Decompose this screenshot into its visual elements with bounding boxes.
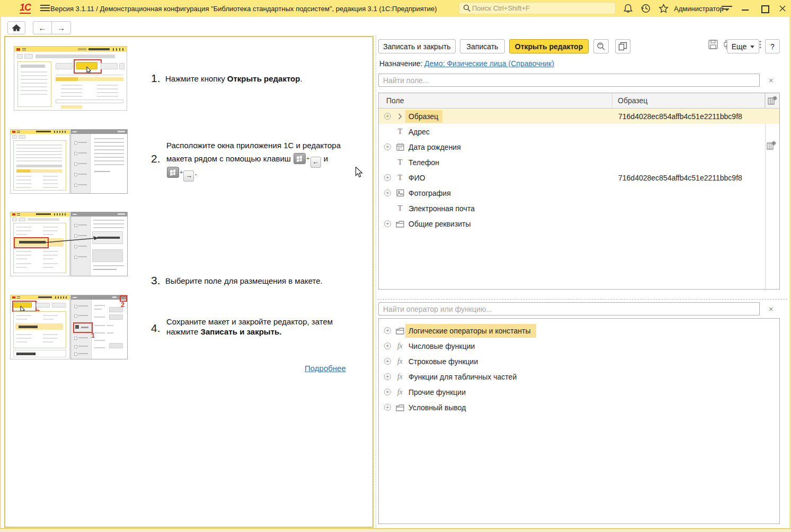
text-type-icon bbox=[396, 174, 404, 182]
expand-icon[interactable] bbox=[384, 220, 391, 227]
step-4-save-highlight-box bbox=[73, 322, 93, 333]
form-header-bar: ← → Новая печатная форма (создание) bbox=[0, 17, 791, 36]
global-search-box[interactable] bbox=[459, 2, 616, 14]
purpose-label: Назначение: bbox=[379, 59, 423, 68]
window-frame-left bbox=[0, 17, 1, 528]
expand-icon[interactable] bbox=[384, 389, 391, 395]
expand-icon[interactable] bbox=[384, 358, 391, 365]
step-number: 2. bbox=[151, 152, 161, 165]
favorites-star-icon[interactable] bbox=[658, 3, 669, 14]
mouse-cursor bbox=[355, 167, 363, 178]
windows-key-icon bbox=[294, 153, 306, 164]
calendar-icon bbox=[396, 143, 404, 151]
row-label: ФИО bbox=[408, 174, 425, 182]
navigation-buttons: ← → bbox=[33, 21, 71, 34]
save-and-close-button[interactable]: Записать и закрыть bbox=[378, 39, 456, 53]
tree-item-other-functions[interactable]: Прочие функции bbox=[379, 384, 779, 400]
expand-icon[interactable] bbox=[384, 373, 391, 380]
notifications-bell-icon[interactable] bbox=[623, 3, 633, 14]
open-editor-button[interactable]: Открыть редактор bbox=[509, 39, 589, 53]
purpose-link[interactable]: Демо: Физические лица (Справочник) bbox=[424, 59, 554, 68]
expand-icon[interactable] bbox=[384, 113, 391, 120]
tree-item-label: Условный вывод bbox=[408, 403, 466, 412]
function-icon bbox=[396, 342, 404, 350]
help-button[interactable]: ? bbox=[765, 39, 780, 53]
sections-splitter[interactable] bbox=[377, 299, 787, 300]
step-4-editor-thumbnail: 2 1 bbox=[70, 295, 128, 359]
row-label: Образец bbox=[405, 110, 442, 123]
table-row-phone[interactable]: Телефон bbox=[379, 155, 779, 170]
tree-item-numeric-functions[interactable]: Числовые функции bbox=[379, 338, 779, 354]
table-row-sample[interactable]: Образец 716d4028ec854affb4c51e2211bbc9f8 bbox=[379, 109, 779, 124]
main-menu-icon[interactable] bbox=[40, 5, 50, 13]
home-button[interactable] bbox=[7, 21, 25, 34]
close-window-button[interactable] bbox=[779, 5, 786, 12]
function-icon bbox=[396, 373, 404, 381]
search-tool-button[interactable] bbox=[593, 39, 609, 53]
minimize-button[interactable] bbox=[742, 10, 749, 11]
dropdown-arrow-icon bbox=[750, 46, 754, 50]
maximize-button[interactable] bbox=[761, 5, 769, 13]
column-header-field[interactable]: Поле bbox=[379, 93, 612, 109]
step-1-text: Нажмите кнопку Открыть редактор. bbox=[165, 72, 303, 86]
text-type-icon bbox=[396, 158, 404, 167]
text-type-icon bbox=[396, 128, 404, 136]
tree-item-string-functions[interactable]: Строковые функции bbox=[379, 354, 779, 369]
expand-icon[interactable] bbox=[384, 342, 391, 349]
step-2-app-thumbnail bbox=[10, 129, 70, 194]
save-button[interactable]: Записать bbox=[460, 39, 505, 53]
expand-icon[interactable] bbox=[384, 404, 391, 411]
table-row-photo[interactable]: Фотография bbox=[379, 185, 779, 201]
tree-item-label: Числовые функции bbox=[408, 342, 475, 350]
expand-icon[interactable] bbox=[384, 143, 391, 150]
history-icon[interactable] bbox=[641, 3, 651, 14]
table-row-fullname[interactable]: ФИО 716d4028ec854affb4c51e2211bbc9f8 bbox=[379, 170, 779, 185]
row-label: Дата рождения bbox=[408, 143, 461, 151]
operator-search-input[interactable] bbox=[378, 302, 760, 315]
step-2-line-3: . bbox=[166, 165, 197, 182]
save-icon[interactable] bbox=[708, 40, 718, 49]
step-3-text: Выберите поле для размещения в макете. bbox=[165, 274, 323, 288]
left-arrow-key-icon bbox=[310, 157, 321, 168]
tree-item-tabular-functions[interactable]: Функции для табличных частей bbox=[379, 369, 779, 384]
step-2-line-1: Расположите окна приложения 1С и редакто… bbox=[166, 139, 341, 152]
expand-icon[interactable] bbox=[384, 327, 391, 334]
step-3-arrow bbox=[43, 234, 103, 246]
table-row-email[interactable]: Электронная почта bbox=[379, 201, 779, 216]
more-details-link[interactable]: Подробнее bbox=[305, 364, 346, 373]
step-number: 4. bbox=[151, 322, 161, 335]
table-settings-floating-icon[interactable] bbox=[767, 141, 776, 150]
copy-button[interactable] bbox=[615, 39, 630, 53]
field-search-input[interactable] bbox=[378, 74, 760, 87]
chevron-right-icon[interactable] bbox=[396, 112, 404, 121]
clear-field-search-icon[interactable] bbox=[767, 77, 775, 84]
app-title: Версия 3.1.11 / Демонстрационная конфигу… bbox=[50, 5, 437, 13]
step-2-editor-thumbnail bbox=[70, 129, 128, 194]
tree-item-conditional-output[interactable]: Условный вывод bbox=[379, 400, 779, 415]
tree-item-label: Функции для табличных частей bbox=[408, 373, 517, 381]
table-row-birthdate[interactable]: Дата рождения bbox=[379, 139, 779, 155]
table-row-address[interactable]: Адрес bbox=[379, 124, 779, 139]
more-actions-button[interactable]: Еще bbox=[727, 39, 759, 53]
table-settings-header-cell[interactable] bbox=[765, 93, 780, 109]
function-icon bbox=[396, 388, 404, 396]
magnifier-icon bbox=[597, 42, 606, 51]
function-icon bbox=[396, 357, 404, 366]
back-button[interactable]: ← bbox=[33, 22, 52, 34]
column-header-sample[interactable]: Образец bbox=[612, 93, 765, 109]
current-user[interactable]: Администратор bbox=[674, 5, 724, 13]
global-search-input[interactable] bbox=[471, 4, 606, 13]
clear-operator-search-icon[interactable] bbox=[767, 305, 775, 313]
panel-splitter[interactable] bbox=[376, 36, 376, 528]
expand-icon[interactable] bbox=[384, 174, 391, 181]
forward-button[interactable]: → bbox=[52, 22, 70, 34]
row-value: 716d4028ec854affb4c51e2211bbc9f8 bbox=[618, 174, 742, 182]
row-label: Электронная почта bbox=[408, 204, 475, 213]
table-row-common-attributes[interactable]: Общие реквизиты bbox=[379, 216, 779, 231]
fields-table: Поле Образец Образец 716d4028ec854affb4c… bbox=[378, 93, 780, 290]
row-label: Фотография bbox=[408, 189, 451, 197]
table-settings-icon bbox=[768, 96, 777, 105]
row-value: 716d4028ec854affb4c51e2211bbc9f8 bbox=[618, 112, 742, 121]
tree-item-logical-operators[interactable]: Логические операторы и константы bbox=[379, 323, 779, 338]
expand-icon[interactable] bbox=[384, 190, 391, 196]
